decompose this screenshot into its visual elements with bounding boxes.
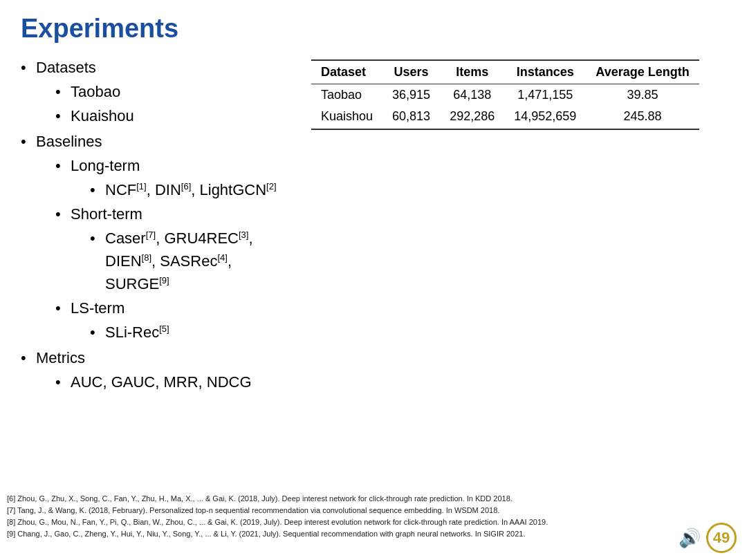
col-dataset: Dataset — [311, 60, 382, 84]
cell-1-0: Kuaishou — [311, 106, 382, 129]
cell-0-2: 64,138 — [440, 84, 504, 106]
slide-number-text: 49 — [713, 529, 730, 547]
lsterm-item: LS-term SLi-Rec[5] — [55, 297, 297, 344]
longterm-methods: NCF[1], DIN[6], LightGCN[2] — [90, 178, 297, 201]
col-avg-length: Average Length — [586, 60, 699, 84]
cell-0-1: 36,915 — [382, 84, 440, 106]
two-column-layout: Datasets Taobao Kuaishou Baselines Long-… — [21, 56, 726, 396]
cell-0-3: 1,471,155 — [504, 84, 586, 106]
table-header-row: Dataset Users Items Instances Average Le… — [311, 60, 699, 84]
footnote-2: [8] Zhou, G., Mou, N., Fan, Y., Pi, Q., … — [7, 517, 678, 528]
baselines-sublist: Long-term NCF[1], DIN[6], LightGCN[2] Sh… — [55, 154, 297, 344]
lsterm-label: LS-term — [71, 299, 124, 317]
baselines-label: Baselines — [36, 133, 102, 150]
datasets-label: Datasets — [36, 59, 96, 76]
longterm-item: Long-term NCF[1], DIN[6], LightGCN[2] — [55, 154, 297, 201]
table-row: Kuaishou60,813292,28614,952,659245.88 — [311, 106, 699, 129]
metrics-sublist: AUC, GAUC, MRR, NDCG — [55, 371, 297, 393]
footnote-1: [7] Tang, J., & Wang, K. (2018, February… — [7, 505, 678, 516]
shortterm-methods-item: Caser[7], GRU4REC[3], DIEN[8], SASRec[4]… — [90, 227, 297, 295]
page-title: Experiments — [21, 14, 726, 44]
cell-1-4: 245.88 — [586, 106, 699, 129]
taobao-item: Taobao — [55, 80, 297, 103]
right-column: Dataset Users Items Instances Average Le… — [311, 56, 726, 130]
longterm-methods-item: NCF[1], DIN[6], LightGCN[2] — [90, 178, 297, 201]
datasets-item: Datasets Taobao Kuaishou — [21, 56, 297, 127]
cell-1-2: 292,286 — [440, 106, 504, 129]
table-row: Taobao36,91564,1381,471,15539.85 — [311, 84, 699, 106]
dataset-table: Dataset Users Items Instances Average Le… — [311, 59, 699, 130]
cell-0-4: 39.85 — [586, 84, 699, 106]
datasets-sublist: Taobao Kuaishou — [55, 80, 297, 127]
metrics-item: Metrics AUC, GAUC, MRR, NDCG — [21, 346, 297, 393]
kuaishou-item: Kuaishou — [55, 104, 297, 127]
cell-1-3: 14,952,659 — [504, 106, 586, 129]
metrics-label: Metrics — [36, 349, 85, 366]
longterm-label: Long-term — [71, 157, 140, 174]
lsterm-methods-item: SLi-Rec[5] — [90, 321, 297, 344]
lsterm-methods: SLi-Rec[5] — [90, 321, 297, 344]
slide-number-area: 🔊 49 — [679, 523, 737, 553]
shortterm-item: Short-term Caser[7], GRU4REC[3], DIEN[8]… — [55, 203, 297, 295]
footnote-0: [6] Zhou, G., Zhu, X., Song, C., Fan, Y.… — [7, 494, 678, 505]
slide-number-badge: 49 — [706, 523, 737, 553]
main-bullet-list: Datasets Taobao Kuaishou Baselines Long-… — [21, 56, 297, 393]
main-content: Experiments Datasets Taobao Kuaishou Bas… — [0, 0, 747, 403]
metrics-values-item: AUC, GAUC, MRR, NDCG — [55, 371, 297, 393]
shortterm-methods: Caser[7], GRU4REC[3], DIEN[8], SASRec[4]… — [90, 227, 297, 295]
footnotes-section: [6] Zhou, G., Zhu, X., Song, C., Fan, Y.… — [7, 494, 678, 541]
col-items: Items — [440, 60, 504, 84]
col-instances: Instances — [504, 60, 586, 84]
baselines-item: Baselines Long-term NCF[1], DIN[6], Ligh… — [21, 130, 297, 344]
audio-icon: 🔊 — [679, 528, 701, 549]
footnote-3: [9] Chang, J., Gao, C., Zheng, Y., Hui, … — [7, 529, 678, 540]
cell-0-0: Taobao — [311, 84, 382, 106]
cell-1-1: 60,813 — [382, 106, 440, 129]
col-users: Users — [382, 60, 440, 84]
left-column: Datasets Taobao Kuaishou Baselines Long-… — [21, 56, 297, 396]
shortterm-label: Short-term — [71, 205, 142, 223]
